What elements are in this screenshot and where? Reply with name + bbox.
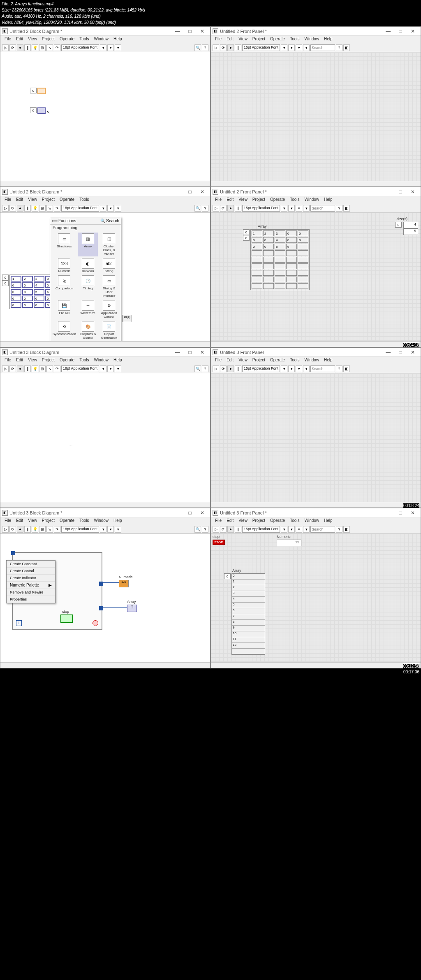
menu-operate[interactable]: Operate — [57, 36, 77, 43]
font-selector[interactable]: 15pt Application Font — [242, 44, 280, 51]
palette-item-sync[interactable]: ⟲Synchronization — [52, 320, 77, 340]
menu-file[interactable]: File — [2, 36, 14, 43]
menu-project[interactable]: Project — [39, 36, 57, 43]
bd-canvas[interactable]: + — [0, 373, 210, 502]
block-diagram-window-3: ◧Untitled 3 Block Diagram—□✕ FileEditVie… — [0, 347, 210, 508]
bd-canvas[interactable]: 0 0 ↖ — [0, 52, 210, 181]
palette-item-string[interactable]: abcString — [99, 257, 119, 274]
cursor-icon: ↖ — [46, 110, 50, 114]
font-selector[interactable]: 18pt Application Font — [61, 44, 99, 51]
array-node-orange[interactable] — [37, 88, 46, 94]
distribute-button[interactable]: ▾ — [107, 44, 114, 51]
menu-window[interactable]: Window — [91, 36, 111, 43]
menu-edit[interactable]: Edit — [14, 36, 25, 43]
search-input[interactable] — [310, 44, 335, 51]
palette-item-waveform[interactable]: 〰Waveform — [78, 299, 98, 319]
block-diagram-window-4: ◧Untitled 3 Block Diagram *—□✕ FileEditV… — [0, 508, 210, 668]
fp-canvas[interactable] — [211, 52, 421, 181]
highlight-button[interactable]: 💡 — [32, 44, 38, 51]
retain-button[interactable]: ⊞ — [39, 44, 46, 51]
maximize-button[interactable]: □ — [184, 28, 196, 34]
minimize-button[interactable]: — — [171, 28, 184, 34]
array-index[interactable]: 0 — [224, 573, 231, 579]
help-button[interactable]: ? — [336, 44, 342, 51]
help-button[interactable]: ? — [202, 44, 208, 51]
palette-item-dialog[interactable]: ▭Dialog & User Interface — [99, 275, 119, 298]
abort-button[interactable]: ● — [227, 44, 234, 51]
palette-item-numeric[interactable]: 123Numeric — [52, 257, 77, 274]
array-index[interactable]: 0 — [30, 107, 37, 113]
close-button[interactable]: ✕ — [196, 28, 208, 34]
array-index[interactable]: 0 — [30, 88, 37, 93]
size-r: 4 — [403, 222, 418, 228]
close-button[interactable]: ✕ — [407, 28, 419, 34]
palette-item-comparison[interactable]: ≷Comparison — [52, 275, 77, 298]
stop-button-terminal[interactable] — [60, 615, 73, 623]
block-diagram-window-1: ◧ Untitled 2 Block Diagram * — □ ✕ File … — [0, 26, 210, 187]
size-terminal[interactable]: ze(s) — [122, 315, 132, 322]
palette-item-graphics[interactable]: 🎨Graphics & Sound — [78, 320, 98, 340]
step-over-button[interactable]: ↷ — [54, 44, 60, 51]
bd-canvas[interactable]: i stop Numeric 123 Array [ ] Create Cons… — [0, 534, 210, 662]
ctx-create-control[interactable]: Create Control — [7, 568, 55, 575]
align-button[interactable]: ▾ — [100, 44, 106, 51]
array-row-index[interactable]: 0 — [2, 275, 9, 280]
palette-back-icon[interactable]: ⟸ — [52, 219, 58, 223]
loop-tunnel[interactable] — [11, 551, 15, 555]
palette-item-boolean[interactable]: ◐Boolean — [78, 257, 98, 274]
palette-item-array[interactable]: ▥Array — [78, 233, 98, 256]
run-button[interactable]: ▷ — [2, 44, 9, 51]
step-into-button[interactable]: ↘ — [46, 44, 53, 51]
run-button[interactable]: ▷ — [213, 44, 219, 51]
bd-canvas[interactable]: 0 0 1230 0040 0056 0000 0000 ⟸Functions🔍… — [0, 213, 210, 341]
palette-item-timing[interactable]: 🕐Timing — [78, 275, 98, 298]
run-cont-button[interactable]: ⟳ — [220, 44, 227, 51]
array-col-index[interactable]: 0 — [2, 280, 9, 286]
scrollbar[interactable] — [0, 181, 210, 186]
palette-search[interactable]: 🔍 Search — [100, 219, 119, 223]
palette-item-report[interactable]: 📄Report Generation — [99, 320, 119, 340]
crosshair-cursor-icon: + — [69, 442, 72, 448]
media-info-header: File: 2. Arrays functions.mp4 Size: 2326… — [0, 0, 421, 26]
menu-view[interactable]: View — [25, 36, 39, 43]
iteration-terminal[interactable]: i — [16, 620, 22, 626]
stop-label: stop — [213, 535, 220, 539]
stop-button[interactable]: STOP — [213, 540, 225, 545]
pause-button[interactable]: ‖ — [235, 44, 241, 51]
ctx-numeric-palette[interactable]: Numeric Palette▶ — [7, 582, 55, 589]
ctx-properties[interactable]: Properties — [7, 596, 55, 603]
palette-item-fileio[interactable]: 💾File I/O — [52, 299, 77, 319]
menu-tools[interactable]: Tools — [77, 36, 91, 43]
menu-help[interactable]: Help — [111, 36, 125, 43]
ctx-create-indicator[interactable]: Create Indicator — [7, 575, 55, 582]
numeric-indicator-terminal[interactable]: 123 — [119, 580, 129, 587]
scrollbar[interactable] — [211, 181, 421, 186]
abort-button[interactable]: ● — [17, 44, 23, 51]
maximize-button[interactable]: □ — [394, 28, 407, 34]
vi-icon[interactable]: ◧ — [343, 44, 350, 51]
fp-canvas[interactable]: stop STOP Numeric 12 Array 0 012 345 678… — [211, 534, 421, 662]
numeric-label: Numeric — [119, 575, 133, 579]
window-title: Untitled 2 Block Diagram * — [9, 29, 171, 34]
fp-canvas[interactable]: size(s) 0 4 5 Array 0 0 12300 00400 0056 — [211, 213, 421, 341]
fp-canvas[interactable] — [211, 373, 421, 502]
menubar: FileEditViewProjectOperateToolsWindowHel… — [211, 36, 421, 43]
array-node-blue[interactable] — [37, 107, 46, 114]
screenshot-row-2: 00:04:18 ◧Untitled 2 Block Diagram *—□✕ … — [0, 187, 421, 347]
array-indicator-terminal[interactable]: [ ] — [127, 605, 137, 612]
ctx-remove-rewire[interactable]: Remove and Rewire — [7, 589, 55, 596]
functions-palette[interactable]: ⟸Functions🔍 Search Programming ▭Structur… — [50, 217, 121, 341]
palette-item-structures[interactable]: ▭Structures — [52, 233, 77, 256]
search-button[interactable]: 🔍 — [194, 44, 201, 51]
ctx-create-constant[interactable]: Create Constant — [7, 561, 55, 568]
palette-item-appcontrol[interactable]: ⚙Application Control — [99, 299, 119, 319]
reorder-button[interactable]: ▾ — [115, 44, 121, 51]
palette-item-cluster[interactable]: ◫Cluster, Class, & Variant — [99, 233, 119, 256]
pause-button[interactable]: ‖ — [24, 44, 31, 51]
minimize-button[interactable]: — — [382, 28, 394, 34]
loop-condition[interactable] — [93, 620, 98, 626]
screenshot-row-1: ◧ Untitled 2 Block Diagram * — □ ✕ File … — [0, 26, 421, 187]
palette-grid: ▭Structures ▥Array ◫Cluster, Class, & Va… — [50, 231, 121, 341]
toolbar: ▷ ⟳ ● ‖ 15pt Application Font ▾▾▾▾ ? ◧ — [211, 43, 421, 52]
run-cont-button[interactable]: ⟳ — [9, 44, 16, 51]
